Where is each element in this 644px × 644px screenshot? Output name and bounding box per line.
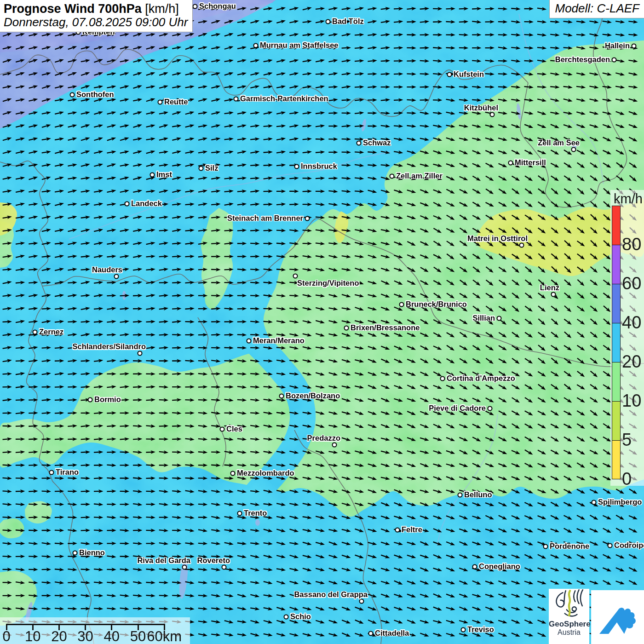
city-label: Mezzolombardo (237, 469, 294, 477)
city-marker (390, 174, 395, 179)
city-label: Codroipo (614, 541, 644, 550)
city-marker (88, 397, 93, 402)
city-label: Garmisch-Partenkirchen (240, 94, 328, 103)
city-label: Schio (290, 612, 311, 621)
city-marker (551, 292, 556, 297)
city-label: Matrei in Osttirol (467, 234, 528, 243)
scalebar-label: 40 (104, 628, 120, 644)
city-label: Pieve di Cadore (429, 404, 486, 413)
city-marker (612, 58, 617, 63)
legend-tick-label: 20 (622, 353, 643, 370)
city-marker (294, 164, 299, 169)
city-marker (193, 4, 198, 9)
city-marker (608, 543, 613, 548)
city-label: Meran/Merano (253, 336, 305, 345)
city-marker (543, 544, 548, 549)
city-marker (490, 112, 495, 117)
city-label: Trento (244, 509, 267, 518)
city-marker (332, 443, 337, 448)
city-marker (237, 511, 242, 516)
city-label: Schlanders/Silandro (72, 342, 146, 351)
city-label: Mittersill (515, 158, 546, 167)
city-marker (395, 528, 400, 533)
city-marker (399, 302, 404, 307)
scalebar-label: 60km (147, 628, 182, 644)
mountain-cloud-icon (595, 594, 641, 640)
city-marker (447, 72, 452, 77)
legend-segment (612, 401, 621, 440)
forecast-datetime: Donnerstag, 07.08.2025 09:00 Uhr (4, 16, 188, 29)
city-label: Spilimbergo (598, 498, 642, 506)
city-label: Reutte (164, 98, 188, 106)
legend-tick-label: 60 (622, 275, 643, 292)
city-label: Schongau (199, 2, 236, 11)
city-label: Riva del Garda (137, 556, 190, 565)
geosphere-contours-icon (552, 589, 586, 617)
city-marker (359, 599, 364, 604)
city-label: Sterzing/Vipiteno (297, 279, 359, 288)
city-label: Landeck (131, 199, 162, 208)
scalebar-label: 30 (77, 628, 93, 644)
geosphere-country: Austria (549, 628, 589, 636)
city-label: Murnau am Staffelsee (260, 41, 339, 50)
city-marker (326, 19, 331, 24)
city-label: Bormio (94, 395, 121, 404)
legend-segment (612, 440, 621, 479)
city-marker (344, 326, 349, 331)
city-marker (279, 394, 284, 399)
city-marker (508, 161, 513, 166)
geosphere-wordmark: GeoSphere (549, 620, 589, 628)
city-label: Schwaz (363, 138, 391, 147)
city-label: Kufstein (454, 70, 484, 79)
city-label: Bienno (79, 548, 105, 557)
city-label: Bruneck/Brunico (406, 300, 467, 309)
city-marker (571, 147, 576, 152)
city-marker (182, 565, 187, 570)
city-marker (368, 631, 374, 636)
scalebar-label: 20 (51, 628, 67, 644)
city-label: Bozen/Bolzano (286, 391, 340, 400)
city-marker (158, 100, 163, 105)
title-unit: [km/h] (142, 2, 179, 16)
city-label: Predazzo (307, 434, 340, 443)
city-label: Bassano del Grappa (294, 590, 368, 599)
city-marker (125, 201, 130, 207)
city-label: Cittadella (375, 629, 409, 638)
lake (255, 519, 260, 526)
city-marker (472, 564, 477, 569)
city-label: Rovereto (197, 556, 230, 565)
legend-segment (612, 206, 621, 245)
city-marker (497, 316, 502, 321)
city-marker (49, 470, 54, 475)
city-marker (632, 44, 637, 49)
legend-segment (612, 323, 621, 362)
city-label: Zell am Ziller (396, 172, 443, 180)
model-label: Modell: C-LAEF (549, 0, 644, 18)
city-label: Brixen/Bressanone (351, 323, 420, 332)
scalebar-label: 10 (25, 628, 40, 644)
weather-map-page: SchongauBad TölzKemptenMurnau am Staffel… (0, 0, 644, 644)
model-logo-box (591, 590, 644, 644)
city-label: Pordenone (550, 542, 589, 551)
city-marker (461, 627, 466, 632)
city-marker (230, 471, 236, 476)
city-marker (199, 166, 204, 171)
city-label: Kitzbühel (464, 104, 498, 112)
city-label: Innsbruck (301, 162, 337, 171)
legend-segment (612, 284, 621, 323)
city-label: Sillian (472, 314, 495, 322)
city-label: Zell am See (538, 138, 580, 147)
page-title: Prognose Wind 700hPa [km/h] (4, 2, 188, 16)
city-label: Imst (156, 170, 172, 179)
city-marker (138, 351, 143, 356)
city-label: Tirano (56, 468, 79, 477)
city-marker (70, 92, 75, 98)
city-marker (356, 141, 362, 146)
wind-speed-legend: km/h 806040201050 (610, 190, 644, 486)
city-label: Lienz (540, 283, 559, 292)
city-marker (458, 493, 463, 498)
city-marker (440, 376, 445, 381)
city-label: Zernez (39, 328, 63, 336)
city-label: Sonthofen (76, 90, 114, 99)
city-label: Hallein (605, 41, 630, 50)
